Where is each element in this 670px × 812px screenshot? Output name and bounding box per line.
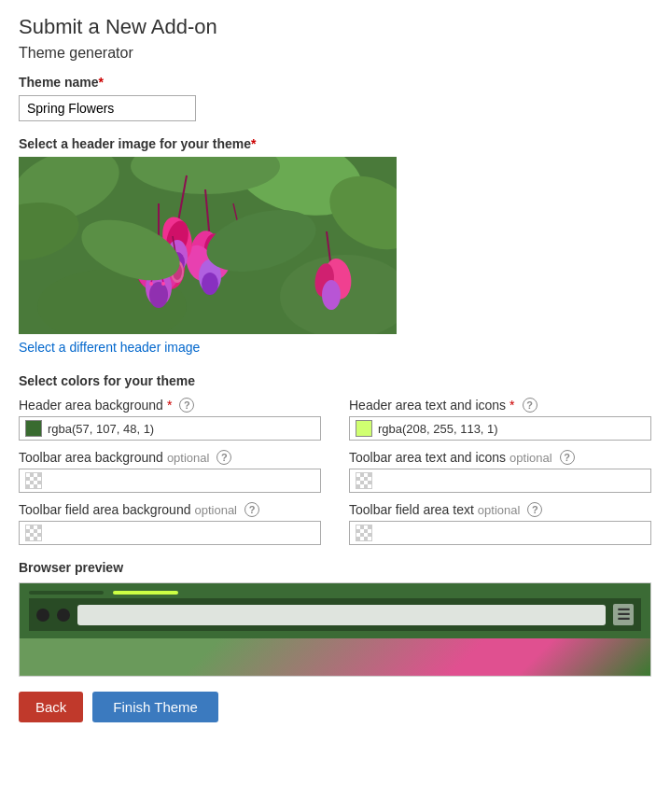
page-title: Submit a New Add-on — [19, 15, 651, 39]
header-bg-label: Header area background — [19, 398, 163, 413]
browser-chrome: ☰ — [20, 583, 650, 638]
toolbar-field-bg-input[interactable] — [19, 521, 321, 545]
svg-point-14 — [149, 282, 168, 308]
theme-name-label: Theme name* — [19, 75, 651, 90]
browser-preview-label: Browser preview — [19, 560, 651, 575]
back-button[interactable]: Back — [19, 692, 83, 722]
header-image-preview — [19, 157, 397, 334]
browser-tab-text — [113, 591, 178, 595]
colors-grid: Header area background * ? rgba(57, 107,… — [19, 398, 651, 545]
header-image-section: Select a header image for your theme* — [19, 136, 651, 370]
header-text-label: Header area text and icons — [349, 398, 506, 413]
toolbar-bg-help-icon[interactable]: ? — [216, 450, 231, 465]
toolbar-text-field: Toolbar area text and icons optional ? — [349, 450, 651, 493]
toolbar-field-text-label: Toolbar field area text — [349, 502, 474, 517]
page-subtitle: Theme generator — [19, 45, 651, 62]
header-bg-help-icon[interactable]: ? — [179, 398, 194, 413]
theme-name-input[interactable] — [19, 95, 196, 121]
toolbar-field-bg-optional: optional — [194, 503, 237, 517]
header-bg-input[interactable]: rgba(57, 107, 48, 1) — [19, 416, 321, 441]
toolbar-field-bg-swatch — [25, 525, 42, 541]
browser-dot-1 — [36, 609, 49, 622]
header-text-required: * — [509, 398, 514, 413]
toolbar-bg-label: Toolbar area background — [19, 450, 163, 465]
toolbar-field-text-help-icon[interactable]: ? — [527, 502, 542, 517]
toolbar-field-text-input[interactable] — [349, 521, 651, 545]
header-bg-value: rgba(57, 107, 48, 1) — [48, 422, 314, 436]
buttons-row: Back Finish Theme — [19, 692, 651, 722]
toolbar-text-input[interactable] — [349, 469, 651, 493]
toolbar-bg-optional: optional — [167, 451, 210, 465]
toolbar-text-label: Toolbar area text and icons — [349, 450, 506, 465]
toolbar-field-text-swatch — [356, 525, 372, 541]
header-bg-swatch — [25, 420, 42, 437]
select-header-image-link[interactable]: Select a different header image — [19, 340, 200, 355]
header-text-value: rgba(208, 255, 113, 1) — [378, 422, 645, 436]
toolbar-bg-swatch — [25, 472, 42, 489]
header-text-input[interactable]: rgba(208, 255, 113, 1) — [349, 416, 651, 441]
header-text-field: Header area text and icons * ? rgba(208,… — [349, 398, 651, 441]
toolbar-field-text-optional: optional — [478, 503, 521, 517]
theme-name-section: Theme name* — [19, 75, 651, 121]
finish-theme-button[interactable]: Finish Theme — [92, 692, 218, 722]
colors-section-title: Select colors for your theme — [19, 373, 651, 388]
browser-body — [20, 638, 650, 676]
svg-point-36 — [149, 282, 153, 286]
toolbar-field-bg-help-icon[interactable]: ? — [244, 502, 259, 517]
header-text-help-icon[interactable]: ? — [523, 398, 537, 413]
browser-dot-2 — [57, 609, 70, 622]
colors-section: Select colors for your theme Header area… — [19, 373, 651, 545]
browser-tabs-row — [29, 591, 641, 595]
toolbar-bg-field: Toolbar area background optional ? — [19, 450, 321, 493]
header-bg-required: * — [167, 398, 172, 413]
browser-preview-section: Browser preview ☰ — [19, 560, 651, 677]
toolbar-text-swatch — [356, 472, 372, 489]
svg-point-34 — [161, 282, 165, 286]
browser-url-bar — [77, 605, 606, 625]
svg-point-42 — [322, 280, 341, 310]
header-image-svg — [19, 157, 397, 334]
header-image-label: Select a header image for your theme* — [19, 136, 651, 151]
toolbar-field-bg-label: Toolbar field area background — [19, 502, 190, 517]
browser-menu-icon: ☰ — [613, 604, 634, 625]
header-bg-field: Header area background * ? rgba(57, 107,… — [19, 398, 321, 441]
toolbar-bg-input[interactable] — [19, 469, 321, 493]
browser-preview: ☰ — [19, 582, 651, 677]
browser-toolbar: ☰ — [29, 598, 641, 631]
toolbar-field-text-field: Toolbar field area text optional ? — [349, 502, 651, 545]
toolbar-field-bg-field: Toolbar field area background optional ? — [19, 502, 321, 545]
toolbar-text-optional: optional — [509, 451, 552, 465]
svg-point-21 — [202, 273, 218, 295]
toolbar-text-help-icon[interactable]: ? — [560, 450, 575, 465]
browser-active-tab — [29, 591, 104, 595]
header-text-swatch — [356, 420, 372, 437]
